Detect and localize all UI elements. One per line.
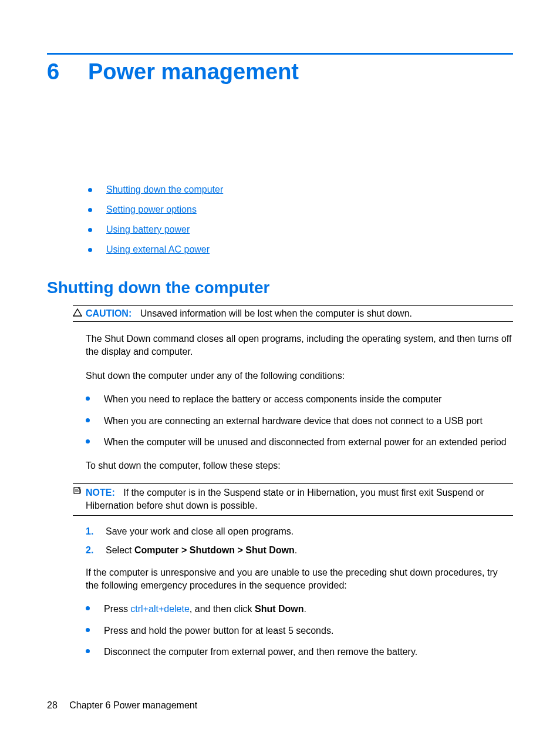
note-callout: NOTE: If the computer is in the Suspend … [73,483,513,516]
chapter-rule [47,53,513,55]
steps-list: 1. Save your work and close all open pro… [86,526,513,556]
note-label: NOTE: [86,488,115,498]
list-item: Press and hold the power button for at l… [86,624,513,637]
step-text: Select Computer > Shutdown > Shut Down. [106,545,297,556]
body-text: To shut down the computer, follow these … [86,459,513,472]
step-number: 1. [86,526,106,537]
toc-link-shutting-down[interactable]: Shutting down the computer [106,184,223,195]
list-item: When you are connecting an external hard… [86,415,513,428]
bullet-icon [88,188,92,192]
list-item: Press ctrl+alt+delete, and then click Sh… [86,603,513,616]
list-item-text: Press and hold the power button for at l… [104,624,333,637]
list-item-text: When you need to replace the battery or … [104,393,441,406]
caution-text: Unsaved information will be lost when th… [140,308,412,318]
bullet-icon [86,649,90,653]
toc-link-power-options[interactable]: Setting power options [106,204,197,215]
chapter-header: 6 Power management [47,59,513,85]
chapter-title: Power management [88,59,299,85]
bullet-icon [88,208,92,212]
chapter-number: 6 [47,59,88,85]
emergency-list: Press ctrl+alt+delete, and then click Sh… [86,603,513,658]
list-item-text: When the computer will be unused and dis… [104,436,507,449]
bullet-icon [86,396,90,401]
body-text: The Shut Down command closes all open pr… [86,332,513,359]
list-item-text: Disconnect the computer from external po… [104,646,417,658]
bullet-icon [86,439,90,443]
footer-label: Chapter 6 Power management [69,700,197,710]
toc-item: Using battery power [88,224,513,235]
toc-link-ac-power[interactable]: Using external AC power [106,244,210,255]
note-text: If the computer is in the Suspend state … [86,488,484,510]
kbd-text: ctrl+alt+delete [130,604,190,614]
body-text: Shut down the computer under any of the … [86,369,513,382]
body-text: If the computer is unresponsive and you … [86,566,513,593]
bullet-icon [88,248,92,252]
page-number: 28 [47,700,58,710]
toc-item: Shutting down the computer [88,184,513,195]
bullet-icon [86,606,90,610]
step-number: 2. [86,545,106,556]
list-item: When you need to replace the battery or … [86,393,513,406]
note-icon [73,486,86,497]
toc: Shutting down the computer Setting power… [88,184,513,255]
toc-item: Setting power options [88,204,513,215]
bullet-icon [86,628,90,632]
bullet-icon [88,228,92,232]
step-text: Save your work and close all open progra… [106,526,294,537]
list-item-text: When you are connecting an external hard… [104,415,483,428]
toc-link-battery[interactable]: Using battery power [106,224,190,235]
list-item: When the computer will be unused and dis… [86,436,513,449]
page-footer: 28 Chapter 6 Power management [47,700,197,711]
caution-callout: CAUTION: Unsaved information will be los… [73,305,513,322]
step-item: 1. Save your work and close all open pro… [86,526,513,537]
list-item-text: Press ctrl+alt+delete, and then click Sh… [104,603,306,616]
step-item: 2. Select Computer > Shutdown > Shut Dow… [86,545,513,556]
bullet-icon [86,418,90,422]
caution-icon [73,308,86,319]
list-item: Disconnect the computer from external po… [86,646,513,658]
conditions-list: When you need to replace the battery or … [86,393,513,449]
toc-item: Using external AC power [88,244,513,255]
section-title: Shutting down the computer [47,278,513,297]
caution-label: CAUTION: [86,308,131,318]
